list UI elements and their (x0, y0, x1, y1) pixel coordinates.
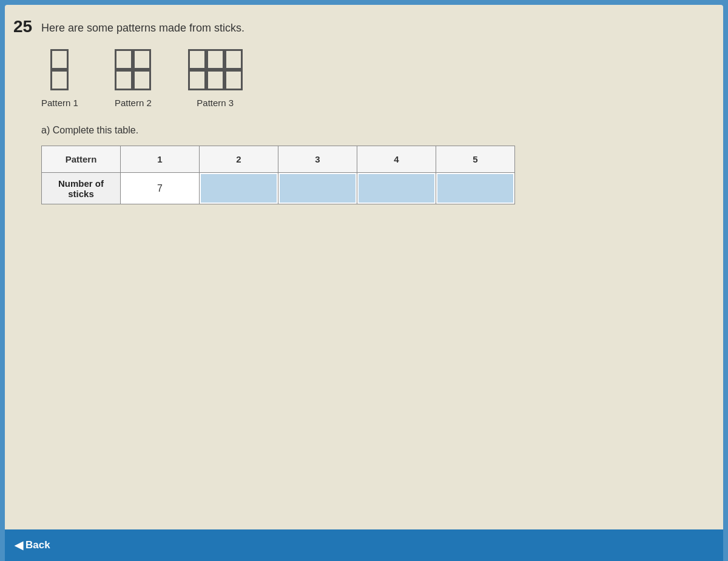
part-a-label: a) Complete this table. (41, 125, 699, 136)
patterns-row: Pattern 1 Pattern 2 Pattern 3 (41, 49, 699, 108)
question-number: 25 (13, 17, 32, 36)
main-content: 25 Here are some patterns made from stic… (5, 5, 723, 529)
sticks-input-field-3[interactable] (280, 174, 356, 203)
pattern-2-grid (115, 49, 151, 90)
stick-cell (133, 49, 151, 70)
stick-cell (50, 49, 69, 70)
pattern-3-label: Pattern 3 (197, 98, 234, 108)
stick-cell (206, 70, 224, 90)
stick-cell (224, 49, 243, 70)
table-header-5: 5 (436, 146, 515, 173)
stick-cell (188, 70, 206, 90)
sticks-input-field-4[interactable] (359, 174, 434, 203)
pattern-2-label: Pattern 2 (115, 98, 152, 108)
row-header-text: Number of sticks (58, 178, 104, 199)
sticks-input-field-5[interactable] (437, 174, 513, 203)
sticks-input-3[interactable] (278, 173, 357, 204)
stick-cell (133, 70, 151, 90)
sticks-input-2[interactable] (200, 173, 278, 204)
stick-cell (188, 49, 206, 70)
stick-cell (115, 70, 133, 90)
table-header-4: 4 (357, 146, 436, 173)
stick-cell (224, 70, 243, 90)
sticks-value-1: 7 (121, 173, 200, 204)
back-button-label: Back (25, 539, 50, 551)
table-header-2: 2 (200, 146, 278, 173)
sticks-input-5[interactable] (436, 173, 515, 204)
bottom-bar: ◀ Back (5, 529, 723, 561)
pattern-1-item: Pattern 1 (41, 49, 78, 108)
back-button[interactable]: ◀ Back (15, 539, 50, 552)
pattern-2-item: Pattern 2 (115, 49, 152, 108)
stick-cell (206, 49, 224, 70)
table-container: Pattern 1 2 3 4 5 Number of sticks 7 (41, 146, 699, 204)
table-header-3: 3 (278, 146, 357, 173)
pattern-3-grid (188, 49, 243, 90)
pattern-table: Pattern 1 2 3 4 5 Number of sticks 7 (41, 146, 515, 204)
pattern-1-label: Pattern 1 (41, 98, 78, 108)
stick-cell (115, 49, 133, 70)
sticks-input-field-2[interactable] (201, 174, 277, 203)
sticks-input-4[interactable] (357, 173, 436, 204)
pattern-1-grid (50, 49, 69, 90)
back-arrow-icon: ◀ (15, 539, 23, 552)
table-data-row: Number of sticks 7 (42, 173, 515, 204)
table-col-header: Pattern (42, 146, 121, 173)
stick-cell (50, 70, 69, 90)
table-header-1: 1 (121, 146, 200, 173)
pattern-3-item: Pattern 3 (188, 49, 243, 108)
table-row-header: Number of sticks (42, 173, 121, 204)
table-header-row: Pattern 1 2 3 4 5 (42, 146, 515, 173)
question-title: Here are some patterns made from sticks. (41, 22, 699, 35)
